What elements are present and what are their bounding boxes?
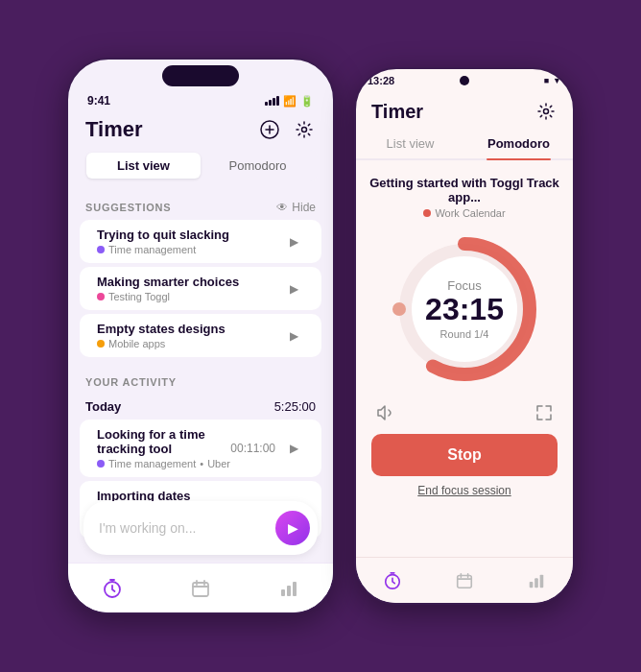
- right-nav-timer[interactable]: [375, 564, 410, 598]
- right-bottom-nav: [356, 557, 573, 603]
- left-tabs: List view Pomodoro: [83, 150, 318, 181]
- hide-button[interactable]: 👁 Hide: [276, 201, 316, 214]
- suggestion-tag: Time management: [97, 244, 229, 255]
- activity-item-title: Looking for a time tracking tool: [97, 427, 230, 456]
- start-timer-button[interactable]: ▶: [275, 511, 310, 545]
- focus-task-tag: Work Calendar: [368, 207, 561, 219]
- right-notch-area: 13:28 ■ ▼: [356, 69, 573, 96]
- tab-list-view-right[interactable]: List view: [356, 129, 464, 158]
- add-button[interactable]: [258, 118, 281, 141]
- dynamic-island: [162, 65, 239, 86]
- activity-time: 00:11:00: [230, 442, 275, 455]
- svg-rect-14: [534, 578, 538, 588]
- nav-calendar[interactable]: [183, 571, 218, 606]
- play-button[interactable]: ▶: [283, 278, 304, 300]
- left-app-header: Timer: [68, 111, 333, 150]
- right-nav-calendar[interactable]: [447, 564, 482, 598]
- left-phone: 9:41 📶 🔋 Timer: [66, 58, 335, 614]
- signal-bars: [265, 96, 279, 106]
- svg-rect-12: [458, 575, 472, 588]
- play-button[interactable]: ▶: [283, 438, 304, 459]
- timer-inner: Focus 23:15 Round 1/4: [388, 232, 541, 386]
- timer-time: 23:15: [425, 293, 504, 326]
- timer-round: Round 1/4: [440, 328, 489, 340]
- svg-rect-13: [530, 581, 534, 587]
- suggestion-item: Making smarter choices Testing Toggl ▶: [80, 267, 321, 310]
- eye-icon: 👁: [276, 201, 288, 214]
- right-settings-button[interactable]: [534, 100, 558, 123]
- timer-container: Focus 23:15 Round 1/4: [356, 223, 573, 396]
- left-bottom-nav: [68, 563, 333, 612]
- tag-dot: [97, 293, 105, 300]
- tab-pomodoro-right[interactable]: Pomodoro: [464, 129, 573, 158]
- play-button[interactable]: ▶: [283, 325, 304, 347]
- tab-list-view-left[interactable]: List view: [86, 153, 201, 179]
- stop-icon: ■: [544, 76, 549, 85]
- activity-item: Looking for a time tracking tool Time ma…: [80, 420, 321, 477]
- suggestion-tag: Mobile apps: [97, 338, 226, 349]
- play-button[interactable]: ▶: [283, 231, 304, 252]
- settings-button[interactable]: [293, 118, 316, 141]
- right-app-header: Timer: [356, 96, 573, 129]
- right-time: 13:28: [368, 75, 394, 86]
- stop-button[interactable]: Stop: [371, 434, 558, 476]
- volume-button[interactable]: [371, 399, 398, 426]
- left-time: 9:41: [87, 94, 110, 108]
- svg-rect-15: [540, 574, 544, 588]
- suggestion-tag: Testing Toggl: [97, 291, 239, 302]
- timer-label: Focus: [447, 278, 481, 293]
- nav-timer[interactable]: [95, 571, 130, 606]
- tag-dot: [97, 460, 105, 468]
- tag-dot: [97, 246, 105, 253]
- focus-task-title: Getting started with Toggl Track app...: [368, 176, 561, 204]
- suggestions-header: SUGGESTIONS 👁 Hide: [68, 193, 333, 220]
- activity-item-tags: Time management • Uber: [97, 458, 230, 469]
- suggestion-item: Empty states designs Mobile apps ▶: [80, 314, 321, 357]
- nav-reports[interactable]: [272, 571, 306, 606]
- suggestion-title: Trying to quit slacking: [97, 228, 229, 242]
- right-status-icons: ■ ▼: [544, 76, 561, 85]
- svg-point-1: [302, 128, 307, 132]
- svg-rect-5: [287, 586, 291, 596]
- activity-title: YOUR ACTIVITY: [85, 376, 177, 388]
- battery-icon: 🔋: [300, 95, 314, 108]
- right-app-title: Timer: [371, 101, 423, 123]
- suggestions-title: SUGGESTIONS: [85, 202, 171, 213]
- right-tabs: List view Pomodoro: [356, 129, 573, 160]
- working-placeholder: I'm working on...: [99, 520, 197, 536]
- end-session-link[interactable]: End focus session: [356, 476, 573, 505]
- right-nav-reports[interactable]: [519, 564, 554, 598]
- timer-circle: Focus 23:15 Round 1/4: [388, 232, 541, 386]
- signal-icon: ▼: [553, 76, 561, 85]
- activity-total: 5:25:00: [274, 399, 316, 414]
- header-icons: [258, 118, 316, 141]
- bottom-controls: [356, 396, 573, 434]
- svg-rect-6: [293, 582, 297, 596]
- focus-task: Getting started with Toggl Track app... …: [356, 168, 573, 223]
- left-status-bar: 9:41 📶 🔋: [68, 86, 333, 111]
- suggestion-item: Trying to quit slacking Time management …: [80, 220, 321, 263]
- bottom-input-area: I'm working on... ▶: [68, 493, 333, 563]
- activity-day-row: Today 5:25:00: [68, 394, 333, 420]
- camera-dot: [460, 76, 469, 85]
- focus-dot: [423, 209, 431, 217]
- wifi-icon: 📶: [283, 95, 297, 108]
- activity-header: YOUR ACTIVITY: [68, 361, 333, 394]
- left-app-title: Timer: [85, 117, 143, 142]
- right-phone: 13:28 ■ ▼ Timer List view Pomodoro: [354, 67, 575, 605]
- working-input[interactable]: I'm working on... ▶: [83, 501, 318, 555]
- suggestion-title: Making smarter choices: [97, 275, 239, 289]
- tag-dot: [97, 340, 105, 348]
- svg-rect-4: [281, 589, 285, 596]
- fullscreen-button[interactable]: [531, 399, 558, 426]
- activity-day: Today: [85, 399, 121, 414]
- suggestion-title: Empty states designs: [97, 322, 226, 336]
- svg-point-7: [544, 109, 549, 114]
- tab-pomodoro-left[interactable]: Pomodoro: [201, 153, 315, 179]
- svg-rect-3: [193, 583, 208, 596]
- dynamic-island-area: [68, 60, 333, 86]
